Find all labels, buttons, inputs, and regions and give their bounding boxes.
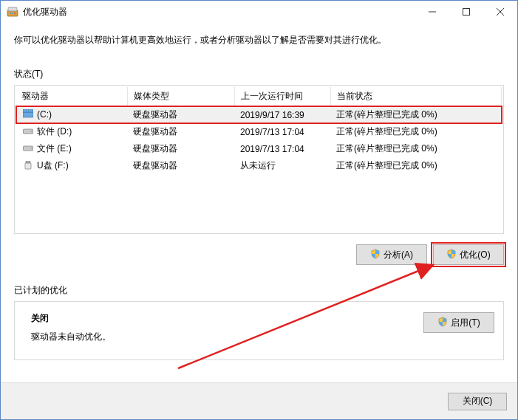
close-window-button[interactable] bbox=[483, 1, 517, 23]
drive-status: 正常(碎片整理已完成 0%) bbox=[330, 157, 502, 174]
col-lastrun[interactable]: 上一次运行时间 bbox=[234, 87, 330, 106]
svg-rect-11 bbox=[28, 109, 33, 112]
action-buttons: 分析(A) 优化(O) bbox=[14, 244, 504, 265]
drive-lastrun: 从未运行 bbox=[234, 157, 330, 174]
drive-media: 硬盘驱动器 bbox=[127, 106, 234, 124]
drive-name: (C:) bbox=[37, 109, 52, 120]
maximize-button[interactable] bbox=[449, 1, 483, 23]
svg-point-4 bbox=[14, 13, 16, 14]
svg-rect-10 bbox=[23, 109, 27, 112]
table-row[interactable]: U盘 (F:) 硬盘驱动器 从未运行 正常(碎片整理已完成 0%) bbox=[16, 157, 502, 174]
svg-point-2 bbox=[10, 13, 11, 14]
drive-status: 正常(碎片整理已完成 0%) bbox=[330, 123, 502, 140]
drive-name: 文件 (E:) bbox=[37, 143, 72, 154]
drive-usb-icon bbox=[22, 161, 34, 172]
drive-hdd-icon bbox=[22, 127, 34, 137]
table-header-row: 驱动器 媒体类型 上一次运行时间 当前状态 bbox=[16, 87, 502, 106]
col-drive[interactable]: 驱动器 bbox=[16, 87, 127, 106]
drive-os-icon bbox=[22, 109, 34, 120]
window-title: 优化驱动器 bbox=[23, 6, 415, 18]
close-label: 关闭(C) bbox=[463, 395, 493, 407]
svg-rect-17 bbox=[25, 163, 31, 169]
minimize-button[interactable] bbox=[415, 1, 449, 23]
svg-point-13 bbox=[30, 131, 32, 132]
drive-media: 硬盘驱动器 bbox=[127, 140, 234, 157]
svg-point-15 bbox=[30, 148, 32, 149]
drive-status: 正常(碎片整理已完成 0%) bbox=[330, 106, 502, 124]
analyze-button[interactable]: 分析(A) bbox=[356, 244, 427, 265]
drives-panel: 驱动器 媒体类型 上一次运行时间 当前状态 (C:) 硬盘驱动器 2019/9/… bbox=[14, 85, 504, 234]
scheduled-status: 关闭 bbox=[31, 312, 409, 325]
shield-icon bbox=[437, 317, 448, 329]
scheduled-label: 已计划的优化 bbox=[14, 284, 504, 297]
drive-media: 硬盘驱动器 bbox=[127, 123, 234, 140]
scheduled-subtext: 驱动器未自动优化。 bbox=[31, 331, 409, 343]
svg-point-3 bbox=[12, 13, 13, 14]
table-row[interactable]: 软件 (D:) 硬盘驱动器 2019/7/13 17:04 正常(碎片整理已完成… bbox=[16, 123, 502, 140]
intro-text: 你可以优化驱动器以帮助计算机更高效地运行，或者分析驱动器以了解是否需要对其进行优… bbox=[14, 33, 504, 47]
svg-rect-9 bbox=[23, 112, 33, 117]
table-row[interactable]: (C:) 硬盘驱动器 2019/9/17 16:39 正常(碎片整理已完成 0%… bbox=[16, 106, 502, 124]
drive-name: 软件 (D:) bbox=[37, 126, 72, 137]
svg-rect-1 bbox=[8, 7, 17, 11]
drives-table: 驱动器 媒体类型 上一次运行时间 当前状态 (C:) 硬盘驱动器 2019/9/… bbox=[16, 87, 502, 174]
col-status[interactable]: 当前状态 bbox=[330, 87, 502, 106]
drive-lastrun: 2019/7/13 17:04 bbox=[234, 123, 330, 140]
close-button[interactable]: 关闭(C) bbox=[448, 393, 507, 410]
shield-icon bbox=[370, 249, 381, 261]
drive-status: 正常(碎片整理已完成 0%) bbox=[330, 140, 502, 157]
drive-hdd-icon bbox=[22, 144, 34, 154]
analyze-label: 分析(A) bbox=[384, 249, 413, 261]
shield-icon bbox=[446, 249, 457, 261]
content-area: 你可以优化驱动器以帮助计算机更高效地运行，或者分析驱动器以了解是否需要对其进行优… bbox=[1, 23, 517, 360]
app-icon bbox=[7, 6, 18, 18]
footer: 关闭(C) bbox=[1, 382, 517, 419]
drive-name: U盘 (F:) bbox=[37, 160, 69, 171]
scheduled-panel: 关闭 驱动器未自动优化。 启用(T) bbox=[14, 301, 504, 360]
optimize-button[interactable]: 优化(O) bbox=[433, 244, 504, 265]
enable-label: 启用(T) bbox=[451, 317, 480, 329]
status-label: 状态(T) bbox=[14, 68, 504, 80]
titlebar: 优化驱动器 bbox=[1, 1, 517, 23]
table-row[interactable]: 文件 (E:) 硬盘驱动器 2019/7/13 17:04 正常(碎片整理已完成… bbox=[16, 140, 502, 157]
drive-lastrun: 2019/7/13 17:04 bbox=[234, 140, 330, 157]
drive-lastrun: 2019/9/17 16:39 bbox=[234, 106, 330, 124]
svg-rect-6 bbox=[463, 9, 470, 16]
optimize-label: 优化(O) bbox=[460, 249, 490, 261]
col-media[interactable]: 媒体类型 bbox=[127, 87, 234, 106]
drive-media: 硬盘驱动器 bbox=[127, 157, 234, 174]
svg-rect-16 bbox=[26, 161, 30, 163]
enable-schedule-button[interactable]: 启用(T) bbox=[423, 312, 494, 333]
